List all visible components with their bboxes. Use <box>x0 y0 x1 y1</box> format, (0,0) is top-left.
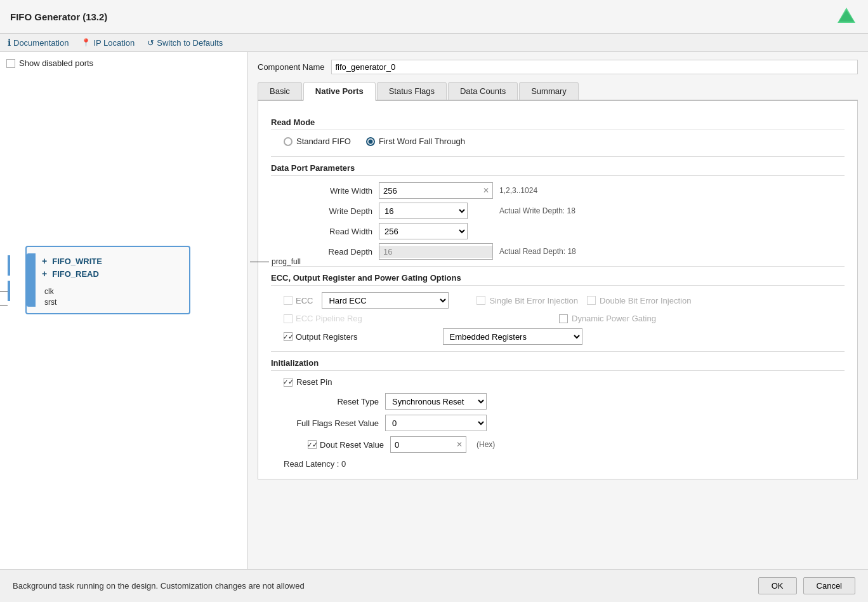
app-title: FIFO Generator (13.2) <box>10 11 107 22</box>
read-plus-icon: + <box>42 269 47 279</box>
refresh-icon: ↺ <box>147 38 154 48</box>
standard-fifo-radio[interactable]: Standard FIFO <box>284 137 351 146</box>
write-plus-icon: + <box>42 256 47 266</box>
output-reg-row: ✓ Output Registers Embedded Registers <box>284 328 845 345</box>
info-icon: ℹ <box>8 37 11 48</box>
reset-type-label: Reset Type <box>284 397 379 406</box>
ecc-pipeline-label: ECC Pipeline Reg <box>296 314 362 323</box>
data-port-title: Data Port Parameters <box>271 163 845 176</box>
ip-location-link[interactable]: 📍 IP Location <box>81 38 135 48</box>
dynamic-power-item: Dynamic Power Gating <box>559 314 656 323</box>
read-depth-input-wrap <box>379 243 493 260</box>
single-bit-label: Single Bit Error Injection <box>489 296 577 305</box>
tab-content: Read Mode Standard FIFO First Word Fall … <box>258 101 858 479</box>
embedded-select[interactable]: Embedded Registers <box>443 328 582 345</box>
fifo-box: + FIFO_WRITE + FIFO_READ clk srst <box>25 246 190 314</box>
ecc-checkbox[interactable] <box>284 296 293 305</box>
read-width-select[interactable]: 256 <box>379 223 468 239</box>
dynamic-power-label: Dynamic Power Gating <box>572 314 656 323</box>
dout-reset-input-wrap: ✕ <box>390 436 466 453</box>
prog-full-line <box>250 262 269 262</box>
dout-reset-clear[interactable]: ✕ <box>453 438 466 451</box>
dout-reset-checkbox[interactable]: ✓ <box>308 440 317 449</box>
ecc-row-1: ECC Hard ECC Single Bit Error Injection … <box>284 292 845 309</box>
tab-native-ports[interactable]: Native Ports <box>303 82 376 101</box>
ecc-pipeline-item: ECC Pipeline Reg <box>284 314 411 323</box>
full-flags-select[interactable]: 0 <box>385 415 487 431</box>
dout-reset-row: ✓ Dout Reset Value ✕ (Hex) <box>284 436 845 453</box>
read-latency: Read Latency : 0 <box>284 459 845 469</box>
dout-reset-input[interactable] <box>391 439 453 451</box>
read-mode-title: Read Mode <box>271 117 845 130</box>
fifo-port-connectors <box>8 255 10 301</box>
ecc-checkbox-item[interactable]: ECC <box>284 296 313 305</box>
bottom-buttons: OK Cancel <box>758 577 855 594</box>
single-bit-checkbox <box>477 296 485 305</box>
fifo-write-row: + FIFO_WRITE <box>42 256 179 266</box>
bottom-bar: Background task running on the design. C… <box>0 569 868 602</box>
initialization-title: Initialization <box>271 358 845 371</box>
component-name-input[interactable] <box>331 60 858 74</box>
fifo-srst-label: srst <box>44 298 179 307</box>
dout-reset-label: Dout Reset Value <box>320 440 384 450</box>
switch-to-defaults-link[interactable]: ↺ Switch to Defaults <box>147 38 223 48</box>
dynamic-power-checkbox <box>559 314 568 323</box>
ok-button[interactable]: OK <box>758 577 797 594</box>
ecc-select[interactable]: Hard ECC <box>322 292 449 309</box>
ecc-pipeline-spacer: ECC Pipeline Reg <box>284 314 411 323</box>
write-width-clear[interactable]: ✕ <box>480 184 492 197</box>
left-panel: Show disabled ports + FIFO_WRITE + FIFO_… <box>0 52 247 591</box>
fifo-write-label: FIFO_WRITE <box>52 257 102 266</box>
read-depth-label: Read Depth <box>284 247 372 257</box>
write-depth-hint: Actual Write Depth: 18 <box>499 206 845 215</box>
tab-status-flags[interactable]: Status Flags <box>377 82 447 100</box>
write-width-input[interactable] <box>379 185 480 197</box>
output-reg-checkbox[interactable]: ✓ <box>284 332 293 341</box>
write-depth-select[interactable]: 16 <box>379 203 468 219</box>
documentation-link[interactable]: ℹ Documentation <box>8 37 69 48</box>
show-disabled-row: Show disabled ports <box>6 58 240 68</box>
location-icon: 📍 <box>81 38 91 47</box>
reset-type-select[interactable]: Synchronous Reset Asynchronous Reset <box>385 393 487 410</box>
app-logo <box>835 5 858 28</box>
right-panel: Component Name Basic Native Ports Status… <box>247 52 868 591</box>
fifo-read-label: FIFO_READ <box>52 269 99 279</box>
full-flags-row: Full Flags Reset Value 0 <box>284 415 845 431</box>
show-disabled-checkbox[interactable] <box>6 59 15 68</box>
fifo-left-bar <box>27 253 36 307</box>
read-depth-hint: Actual Read Depth: 18 <box>499 247 845 256</box>
dout-reset-checkbox-wrap: ✓ Dout Reset Value <box>284 440 384 450</box>
write-port-line <box>8 255 10 276</box>
write-width-input-wrap: ✕ <box>379 182 493 199</box>
ecc-row-2: ECC Pipeline Reg Dynamic Power Gating <box>284 314 845 323</box>
srst-line <box>0 305 8 305</box>
standard-fifo-circle <box>284 137 293 146</box>
ecc-label: ECC <box>296 296 313 305</box>
fwft-label: First Word Fall Through <box>379 137 465 146</box>
tab-basic[interactable]: Basic <box>258 82 302 100</box>
tab-summary[interactable]: Summary <box>519 82 579 100</box>
fifo-read-row: + FIFO_READ <box>42 269 179 279</box>
reset-pin-checkbox[interactable]: ✓ <box>284 378 293 387</box>
main-layout: Show disabled ports + FIFO_WRITE + FIFO_… <box>0 52 868 591</box>
fwft-radio[interactable]: First Word Fall Through <box>366 137 465 146</box>
tab-data-counts[interactable]: Data Counts <box>448 82 518 100</box>
read-port-line <box>8 281 10 301</box>
ecc-pipeline-checkbox <box>284 314 293 323</box>
cancel-button[interactable]: Cancel <box>803 577 855 594</box>
show-disabled-label: Show disabled ports <box>19 58 93 68</box>
clk-horizontal-line <box>0 291 8 291</box>
output-reg-item[interactable]: ✓ Output Registers <box>284 332 358 342</box>
read-width-label: Read Width <box>284 227 372 236</box>
write-width-hint: 1,2,3..1024 <box>499 186 845 195</box>
reset-type-row: Reset Type Synchronous Reset Asynchronou… <box>284 393 845 410</box>
switch-to-defaults-label: Switch to Defaults <box>157 38 223 48</box>
dout-hex-hint: (Hex) <box>477 440 495 449</box>
component-name-label: Component Name <box>258 62 325 72</box>
fifo-clk-label: clk <box>44 287 179 296</box>
write-depth-label: Write Depth <box>284 206 372 216</box>
prog-full-output: prog_full <box>250 257 301 266</box>
double-bit-checkbox <box>587 296 596 305</box>
component-name-row: Component Name <box>258 60 858 74</box>
data-port-form: Write Width ✕ 1,2,3..1024 Write Depth 16… <box>284 182 845 260</box>
